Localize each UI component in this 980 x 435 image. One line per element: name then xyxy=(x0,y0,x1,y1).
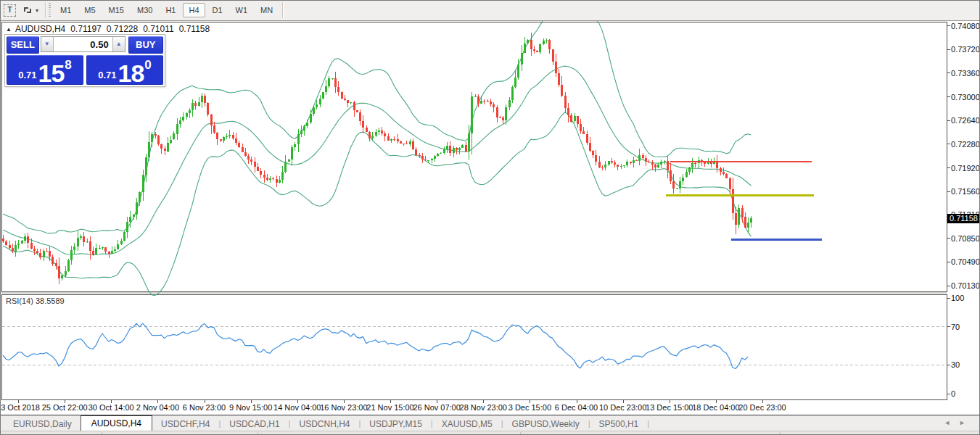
toolbar-separator xyxy=(282,2,284,18)
timeframe-button-m15[interactable]: M15 xyxy=(103,3,130,17)
price-axis-label: 0.71920 xyxy=(951,164,980,173)
sell-price-pip: 8 xyxy=(65,58,71,72)
tab-usdjpy-m15[interactable]: USDJPY,M15 xyxy=(361,417,430,431)
tab-audusd-h4[interactable]: AUDUSD,H4 xyxy=(81,415,152,431)
timeframe-button-d1[interactable]: D1 xyxy=(207,3,228,17)
timeframe-toolbar: M1M5M15M30H1H4D1W1MN xyxy=(54,3,279,17)
quote-low: 0.71011 xyxy=(143,24,174,34)
sell-price-prefix: 0.71 xyxy=(18,70,36,80)
quote-high: 0.71228 xyxy=(107,24,138,34)
tab-scroll-left-icon[interactable]: ◄ xyxy=(944,419,959,426)
panel-splitter[interactable] xyxy=(1,292,947,294)
buy-price-big: 18 xyxy=(118,62,144,84)
status-strip xyxy=(0,431,980,435)
volume-decrease-button[interactable]: ▼ xyxy=(41,37,54,51)
volume-input[interactable] xyxy=(54,37,112,51)
price-axis-label: 0.70850 xyxy=(951,234,980,243)
tab-separator: | xyxy=(647,419,649,428)
tab-usdcad-h1[interactable]: USDCAD,H1 xyxy=(221,417,288,431)
price-axis-label: 0.70130 xyxy=(951,281,980,290)
quote-close: 0.71158 xyxy=(179,24,210,34)
sell-price-big: 15 xyxy=(38,62,65,84)
timeframe-button-m1[interactable]: M1 xyxy=(54,3,77,17)
tab-eurusd-daily[interactable]: EURUSD,Daily xyxy=(4,417,81,431)
buy-button[interactable]: BUY xyxy=(128,36,163,54)
price-axis-label: 0.73720 xyxy=(951,45,980,54)
current-price-box: 0.71158 xyxy=(947,214,980,223)
timeframe-button-w1[interactable]: W1 xyxy=(230,3,254,17)
tab-xauusd-m5[interactable]: XAUUSD,M5 xyxy=(433,417,501,431)
chart-tab-bar: EURUSD,DailyAUDUSD,H4USDCHF,H4|USDCAD,H1… xyxy=(0,415,980,431)
status-divider xyxy=(780,432,781,435)
volume-increase-button[interactable]: ▲ xyxy=(112,37,125,51)
price-axis-label: 0.73360 xyxy=(951,69,980,78)
chevron-down-icon: ▼ xyxy=(44,41,50,47)
status-divider xyxy=(102,432,102,435)
symbol-header: ▲AUDUSD,H40.711970.712280.710110.71158 xyxy=(6,24,210,34)
symbol-title: AUDUSD,H4 xyxy=(15,24,65,34)
toolbar-separator xyxy=(45,2,46,18)
cursor-tool-icon xyxy=(22,5,33,15)
status-divider xyxy=(258,432,258,435)
sell-button[interactable]: SELL xyxy=(7,36,39,54)
one-click-trading-panel: SELL ▼ ▲ BUY 0.71 15 8 0.71 18 0 xyxy=(4,34,165,87)
status-divider xyxy=(520,432,521,435)
price-axis-label: 0.72640 xyxy=(951,116,980,125)
cursor-tool-button[interactable]: ▾ xyxy=(20,2,41,18)
buy-price-pip: 0 xyxy=(144,58,151,72)
tab-sp500-h1[interactable]: SP500,H1 xyxy=(590,417,648,431)
text-tool-icon: T xyxy=(4,4,16,17)
sell-price-panel[interactable]: 0.71 15 8 xyxy=(7,55,83,85)
chevron-down-icon: ▾ xyxy=(36,7,38,14)
quote-open: 0.71197 xyxy=(70,24,102,34)
text-tool-button[interactable]: T xyxy=(1,2,18,18)
rsi-indicator-label: RSI(14) 38.5589 xyxy=(6,297,65,305)
price-axis-label: 0.72280 xyxy=(951,140,980,149)
toolbar-grip[interactable] xyxy=(49,3,51,17)
price-axis-label: 0.74080 xyxy=(951,22,980,30)
rsi-plot-border xyxy=(1,294,947,399)
rsi-line xyxy=(3,323,748,368)
buy-price-panel[interactable]: 0.71 18 0 xyxy=(86,55,163,85)
timeframe-button-m5[interactable]: M5 xyxy=(78,3,101,17)
toolbar: T ▾ M1M5M15M30H1H4D1W1MN xyxy=(0,0,980,21)
price-axis-label: 0.70490 xyxy=(951,257,980,266)
collapse-panel-icon[interactable]: ▲ xyxy=(6,26,12,33)
chart-tabs: EURUSD,DailyAUDUSD,H4USDCHF,H4|USDCAD,H1… xyxy=(4,415,649,431)
bollinger-lower-band xyxy=(3,112,751,296)
volume-stepper: ▼ ▲ xyxy=(41,36,125,52)
buy-price-prefix: 0.71 xyxy=(98,70,116,80)
tab-usdcnh-h4[interactable]: USDCNH,H4 xyxy=(290,417,358,431)
tab-scroll-right-icon[interactable]: ► xyxy=(959,419,974,426)
price-axis-label: 0.71560 xyxy=(951,187,980,196)
price-axis-label: 0.73000 xyxy=(951,93,980,102)
chevron-up-icon: ▲ xyxy=(116,41,122,47)
timeframe-button-m30[interactable]: M30 xyxy=(131,3,158,17)
timeframe-button-h1[interactable]: H1 xyxy=(160,3,181,17)
timeframe-button-mn[interactable]: MN xyxy=(255,3,279,17)
tab-gbpusd-weekly[interactable]: GBPUSD,Weekly xyxy=(503,417,588,431)
timeframe-button-h4[interactable]: H4 xyxy=(183,3,205,17)
tab-usdchf-h4[interactable]: USDCHF,H4 xyxy=(152,417,218,431)
